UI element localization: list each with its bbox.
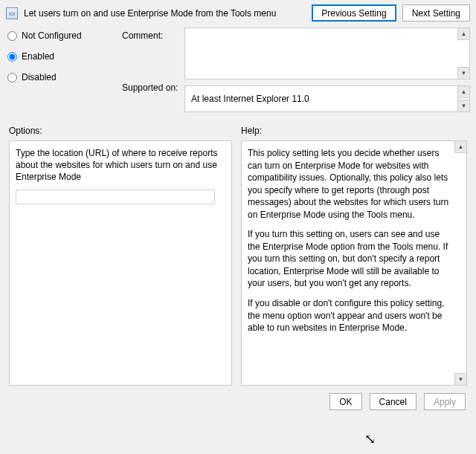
cursor-icon: ⤡ — [364, 431, 376, 447]
cancel-button[interactable]: Cancel — [370, 393, 416, 410]
help-paragraph: This policy setting lets you decide whet… — [248, 147, 450, 221]
radio-not-configured[interactable]: Not Configured — [7, 30, 119, 41]
supported-on-value: At least Internet Explorer 11.0 — [191, 94, 309, 104]
comment-textarea[interactable]: ▲ ▼ — [184, 27, 470, 80]
radio-disabled-label: Disabled — [22, 72, 57, 82]
radio-not-configured-input[interactable] — [7, 31, 17, 41]
help-text: This policy setting lets you decide whet… — [248, 147, 460, 334]
nav-buttons: Previous Setting Next Setting — [312, 4, 470, 22]
next-setting-button[interactable]: Next Setting — [402, 4, 470, 22]
comment-label: Comment: — [122, 30, 181, 41]
scroll-down-icon[interactable]: ▼ — [457, 67, 469, 79]
apply-button[interactable]: Apply — [424, 393, 466, 410]
form-labels: Comment: Supported on: — [122, 27, 181, 112]
previous-setting-button[interactable]: Previous Setting — [312, 4, 396, 22]
radio-disabled[interactable]: Disabled — [7, 72, 119, 82]
scroll-up-icon[interactable]: ▲ — [457, 28, 469, 40]
pane-labels: Options: Help: — [0, 112, 476, 137]
help-paragraph: If you turn this setting on, users can s… — [248, 228, 450, 290]
scroll-up-icon[interactable]: ▲ — [457, 86, 469, 98]
supported-on-box: At least Internet Explorer 11.0 ▲ ▼ — [184, 85, 470, 112]
radio-enabled-label: Enabled — [22, 51, 54, 62]
dialog-footer: OK Cancel Apply — [0, 386, 476, 410]
policy-title: Let users turn on and use Enterprise Mod… — [24, 8, 276, 19]
help-label: Help: — [241, 126, 467, 136]
panes-row: Type the location (URL) of where to rece… — [0, 137, 476, 386]
supported-on-label: Supported on: — [122, 82, 181, 93]
state-radio-group: Not Configured Enabled Disabled — [7, 27, 119, 112]
scroll-down-icon[interactable]: ▼ — [457, 100, 469, 111]
scroll-down-icon[interactable]: ▼ — [454, 373, 466, 385]
radio-enabled-input[interactable] — [7, 52, 17, 62]
header-row: ▭ Let users turn on and use Enterprise M… — [0, 0, 476, 25]
radio-not-configured-label: Not Configured — [22, 30, 82, 41]
policy-icon: ▭ — [6, 7, 18, 19]
scroll-up-icon[interactable]: ▲ — [454, 141, 466, 153]
help-pane: This policy setting lets you decide whet… — [241, 140, 467, 386]
radio-enabled[interactable]: Enabled — [7, 51, 119, 62]
radio-disabled-input[interactable] — [7, 73, 17, 82]
config-area: Not Configured Enabled Disabled Comment:… — [0, 25, 476, 112]
ok-button[interactable]: OK — [329, 393, 361, 410]
report-url-input[interactable] — [16, 189, 215, 204]
options-label: Options: — [9, 126, 232, 136]
form-fields: ▲ ▼ At least Internet Explorer 11.0 ▲ ▼ — [184, 27, 470, 112]
options-description: Type the location (URL) of where to rece… — [16, 147, 225, 184]
options-pane: Type the location (URL) of where to rece… — [9, 140, 232, 386]
help-paragraph: If you disable or don't configure this p… — [248, 297, 450, 334]
